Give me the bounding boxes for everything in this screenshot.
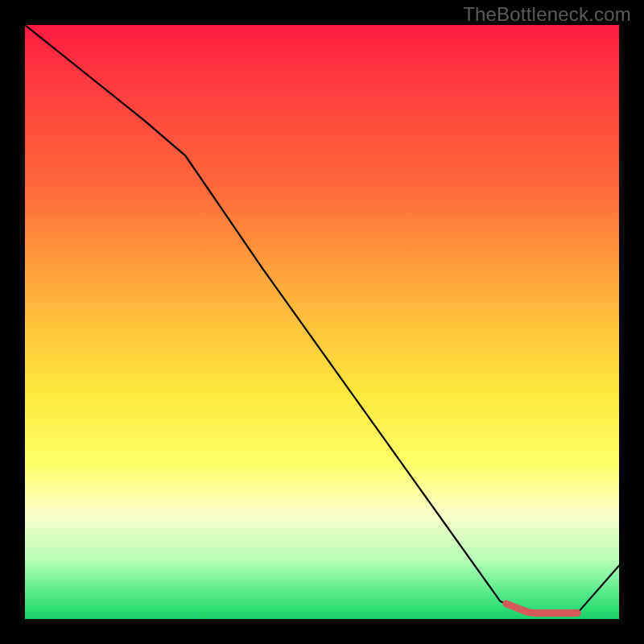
optimal-range-marker — [506, 604, 578, 613]
chart-svg — [25, 25, 619, 619]
bottleneck-curve — [25, 25, 619, 613]
plot-area — [25, 25, 619, 619]
chart-frame: TheBottleneck.com — [0, 0, 644, 644]
watermark-text: TheBottleneck.com — [463, 3, 631, 26]
